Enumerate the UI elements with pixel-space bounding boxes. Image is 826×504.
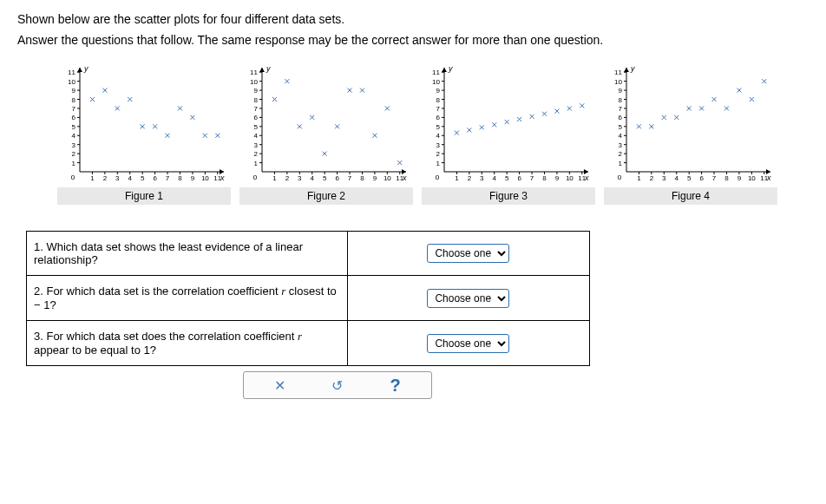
help-icon: ? bbox=[390, 376, 401, 396]
svg-text:9: 9 bbox=[373, 174, 377, 182]
svg-text:5: 5 bbox=[254, 123, 259, 131]
help-button[interactable]: ? bbox=[386, 376, 405, 395]
svg-text:10: 10 bbox=[432, 78, 440, 86]
svg-text:8: 8 bbox=[542, 174, 547, 182]
svg-text:9: 9 bbox=[738, 174, 742, 182]
svg-text:10: 10 bbox=[201, 174, 209, 182]
scatter-plot-4: yx011223344556677889910101111 bbox=[604, 59, 777, 189]
svg-text:4: 4 bbox=[493, 174, 497, 182]
svg-text:2: 2 bbox=[254, 150, 259, 158]
svg-text:10: 10 bbox=[68, 78, 75, 86]
svg-text:6: 6 bbox=[517, 174, 521, 182]
svg-text:9: 9 bbox=[555, 174, 560, 182]
svg-text:9: 9 bbox=[254, 87, 259, 95]
svg-text:9: 9 bbox=[619, 87, 623, 95]
svg-text:2: 2 bbox=[650, 174, 654, 182]
svg-text:10: 10 bbox=[566, 174, 574, 182]
svg-text:9: 9 bbox=[72, 87, 76, 95]
svg-text:11: 11 bbox=[578, 174, 586, 182]
svg-text:4: 4 bbox=[254, 132, 259, 140]
svg-text:3: 3 bbox=[72, 141, 76, 149]
scatter-plot-1: yx011223344556677889910101111 bbox=[57, 59, 231, 189]
svg-text:6: 6 bbox=[699, 174, 704, 182]
svg-text:6: 6 bbox=[436, 114, 441, 121]
svg-text:5: 5 bbox=[323, 174, 327, 182]
instructions: Shown below are the scatter plots for fo… bbox=[17, 12, 809, 47]
svg-text:10: 10 bbox=[748, 174, 756, 182]
svg-text:3: 3 bbox=[662, 174, 666, 182]
svg-text:3: 3 bbox=[254, 141, 259, 149]
svg-text:11: 11 bbox=[432, 69, 440, 76]
svg-text:7: 7 bbox=[712, 174, 717, 182]
instructions-line-1: Shown below are the scatter plots for fo… bbox=[17, 12, 809, 26]
svg-text:7: 7 bbox=[530, 174, 534, 182]
question-1-select[interactable]: Choose one bbox=[427, 244, 509, 263]
svg-text:4: 4 bbox=[72, 132, 76, 140]
svg-text:8: 8 bbox=[360, 174, 364, 182]
svg-text:5: 5 bbox=[687, 174, 692, 182]
svg-text:6: 6 bbox=[72, 114, 76, 121]
questions-table: 1. Which data set shows the least eviden… bbox=[26, 231, 590, 366]
svg-text:6: 6 bbox=[619, 114, 623, 121]
svg-text:7: 7 bbox=[436, 105, 441, 113]
svg-text:5: 5 bbox=[141, 174, 145, 182]
svg-text:11: 11 bbox=[760, 174, 768, 182]
figure-4: yx011223344556677889910101111 Figure 4 bbox=[604, 59, 777, 205]
svg-text:1: 1 bbox=[619, 160, 623, 167]
svg-text:4: 4 bbox=[128, 174, 133, 182]
svg-text:2: 2 bbox=[436, 150, 441, 158]
svg-text:8: 8 bbox=[619, 96, 623, 104]
svg-text:7: 7 bbox=[254, 105, 259, 113]
figure-1-caption: Figure 1 bbox=[57, 187, 231, 205]
question-2-text: 2. For which data set is the correlation… bbox=[27, 276, 348, 321]
reset-icon: ↺ bbox=[331, 377, 343, 394]
svg-text:5: 5 bbox=[619, 123, 623, 131]
clear-button[interactable]: ✕ bbox=[270, 376, 289, 395]
svg-text:9: 9 bbox=[436, 87, 441, 95]
svg-text:10: 10 bbox=[384, 174, 391, 182]
question-1-text: 1. Which data set shows the least eviden… bbox=[27, 232, 348, 276]
svg-text:6: 6 bbox=[335, 174, 339, 182]
svg-text:2: 2 bbox=[468, 174, 472, 182]
svg-text:11: 11 bbox=[614, 69, 622, 76]
svg-text:9: 9 bbox=[191, 174, 195, 182]
svg-text:7: 7 bbox=[166, 174, 170, 182]
svg-text:5: 5 bbox=[505, 174, 509, 182]
svg-text:3: 3 bbox=[619, 141, 623, 149]
svg-text:11: 11 bbox=[396, 174, 403, 182]
svg-text:6: 6 bbox=[254, 114, 259, 121]
svg-text:0: 0 bbox=[71, 173, 75, 181]
svg-text:2: 2 bbox=[619, 150, 623, 158]
svg-text:4: 4 bbox=[436, 132, 441, 140]
svg-text:1: 1 bbox=[272, 174, 277, 182]
svg-text:6: 6 bbox=[153, 174, 157, 182]
svg-text:7: 7 bbox=[348, 174, 352, 182]
question-2-select[interactable]: Choose one bbox=[427, 289, 509, 308]
svg-text:11: 11 bbox=[68, 69, 75, 76]
svg-text:y: y bbox=[266, 64, 271, 73]
figure-3-caption: Figure 3 bbox=[422, 187, 595, 205]
svg-text:5: 5 bbox=[436, 123, 441, 131]
svg-text:y: y bbox=[630, 64, 635, 73]
svg-text:1: 1 bbox=[254, 160, 259, 167]
svg-text:0: 0 bbox=[436, 173, 440, 181]
figure-4-caption: Figure 4 bbox=[604, 187, 777, 205]
figure-2: yx011223344556677889910101111 Figure 2 bbox=[239, 59, 413, 205]
svg-text:7: 7 bbox=[72, 105, 76, 113]
svg-text:3: 3 bbox=[480, 174, 484, 182]
svg-text:7: 7 bbox=[619, 105, 623, 113]
svg-text:8: 8 bbox=[724, 174, 729, 182]
svg-text:8: 8 bbox=[72, 96, 76, 104]
question-3-select[interactable]: Choose one bbox=[427, 334, 509, 353]
svg-text:8: 8 bbox=[436, 96, 441, 104]
svg-text:2: 2 bbox=[72, 150, 76, 158]
scatter-plot-2: yx011223344556677889910101111 bbox=[239, 59, 413, 189]
svg-text:y: y bbox=[83, 64, 88, 73]
svg-text:4: 4 bbox=[619, 132, 623, 140]
figure-1: yx011223344556677889910101111 Figure 1 bbox=[57, 59, 231, 205]
figure-3: yx011223344556677889910101111 Figure 3 bbox=[422, 59, 595, 205]
svg-text:2: 2 bbox=[103, 174, 108, 182]
figure-2-caption: Figure 2 bbox=[239, 187, 413, 205]
svg-text:3: 3 bbox=[298, 174, 302, 182]
reset-button[interactable]: ↺ bbox=[328, 376, 347, 395]
